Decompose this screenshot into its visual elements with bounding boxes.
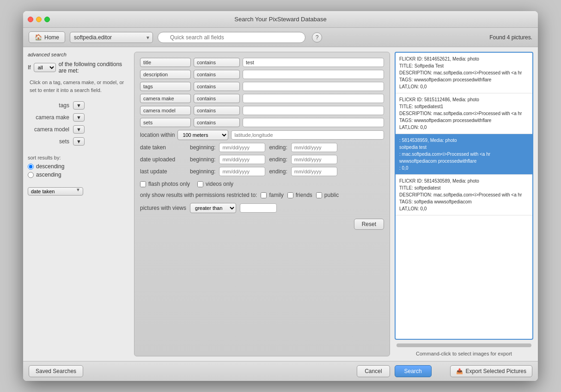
location-input[interactable] [231, 130, 384, 140]
sort-by-select[interactable]: date taken date uploaded title views [28, 187, 83, 196]
value-input-1[interactable] [243, 70, 384, 79]
last-update-beginning-input[interactable] [219, 167, 265, 176]
public-checkbox[interactable] [316, 192, 322, 198]
results-list[interactable]: FLICKR ID: 5814652621, Media: photo TITL… [395, 52, 533, 340]
videos-checkbox-item: videos only [197, 181, 233, 187]
ascending-radio-row: ascending [28, 172, 129, 178]
result-item-3[interactable]: FLICKR ID: 5814530589, Media: photo TITL… [396, 175, 532, 215]
condition-select[interactable]: all any [34, 63, 56, 72]
camera-model-dropdown-button[interactable]: ▼ [73, 125, 85, 134]
cancel-button[interactable]: Cancel [357, 365, 390, 377]
date-uploaded-label: date uploaded [140, 156, 186, 163]
main-content: advanced search If all any of the follow… [23, 47, 538, 361]
if-label: If [28, 64, 31, 71]
export-button[interactable]: 📤 Export Selected Pictures [450, 365, 532, 377]
field-select-4[interactable]: titledescriptiontagscamera makecamera mo… [140, 106, 191, 115]
location-label: location within [140, 132, 175, 138]
field-select-5[interactable]: titledescriptiontagscamera makecamera mo… [140, 118, 191, 127]
permissions-label: only show results with permissions restr… [140, 192, 257, 198]
family-checkbox-item: family [261, 192, 283, 198]
quick-search-input[interactable] [158, 32, 305, 43]
date-uploaded-ending-label: ending: [269, 156, 287, 163]
date-uploaded-ending-input[interactable] [291, 155, 337, 164]
date-taken-beginning-input[interactable] [219, 143, 265, 152]
family-checkbox[interactable] [261, 192, 267, 198]
user-select[interactable]: softpedia.editor [70, 32, 153, 43]
condition-select-1[interactable]: contains [194, 70, 240, 79]
views-value-input[interactable] [240, 203, 277, 213]
videos-checkbox[interactable] [197, 181, 203, 187]
maximize-button[interactable] [44, 17, 50, 22]
result-tags-3: TAGS: softpedia wwwsoftpediacom [399, 198, 529, 205]
tags-dropdown-button[interactable]: ▼ [73, 101, 85, 110]
condition-row-tags: titledescriptiontags contains [140, 82, 384, 91]
condition-select-4[interactable]: contains [194, 106, 240, 115]
date-uploaded-row: date uploaded beginning: ending: [140, 155, 384, 164]
date-uploaded-beginning-input[interactable] [219, 155, 265, 164]
field-select-1[interactable]: titledescriptiontags [140, 70, 191, 79]
window-title: Search Your PixSteward Database [234, 16, 326, 23]
result-item-0[interactable]: FLICKR ID: 5814652621, Media: photo TITL… [396, 53, 532, 93]
sort-label: sort results by: [28, 155, 129, 160]
date-taken-ending-input[interactable] [291, 143, 337, 152]
date-taken-row: date taken beginning: ending: [140, 143, 384, 152]
help-button[interactable]: ? [312, 32, 322, 43]
result-desc-2: : mac.softpedia.com<i>Processed with <a … [399, 151, 529, 158]
value-input-3[interactable] [243, 94, 384, 103]
value-input-2[interactable] [243, 82, 384, 91]
descending-radio[interactable] [28, 164, 34, 170]
condition-select-3[interactable]: contains [194, 94, 240, 103]
conditions-header: If all any of the following conditions a… [28, 61, 129, 74]
result-flickr-id-3: FLICKR ID: 5814530589, Media: photo [399, 178, 529, 184]
condition-row-description: titledescriptiontags contains [140, 70, 384, 79]
toolbar: 🏠 Home softpedia.editor ▼ 🔍 ? Found 4 pi… [23, 28, 538, 47]
sets-label: sets [28, 138, 69, 145]
condition-select-0[interactable]: containsdoes not containis [194, 58, 240, 67]
ascending-radio[interactable] [28, 172, 34, 178]
saved-searches-button[interactable]: Saved Searches [29, 365, 83, 377]
search-button[interactable]: Search [395, 365, 432, 377]
sets-row: sets ▼ [28, 137, 129, 146]
bottom-bar: Saved Searches Cancel Search 📤 Export Se… [23, 361, 538, 381]
sets-dropdown-button[interactable]: ▼ [73, 137, 85, 146]
condition-select-5[interactable]: contains [194, 118, 240, 127]
value-input-0[interactable] [243, 58, 384, 67]
close-button[interactable] [28, 17, 33, 22]
result-latlng-0: LAT,LON: 0,0 [399, 83, 529, 90]
result-latlng-3: LAT,LON: 0,0 [399, 205, 529, 212]
result-tags-2: wwwsoftpediacom processedwithflare [399, 158, 529, 165]
user-select-wrapper: softpedia.editor ▼ [70, 32, 153, 43]
flash-label: flash photos only [148, 181, 190, 187]
camera-make-dropdown-button[interactable]: ▼ [73, 113, 85, 122]
home-button[interactable]: 🏠 Home [29, 31, 65, 43]
value-input-4[interactable] [243, 106, 384, 115]
field-select-2[interactable]: titledescriptiontags [140, 82, 191, 91]
result-desc-1: DESCRIPTION: mac.softpedia.com<i>Process… [399, 110, 529, 117]
result-item-2[interactable]: : 5814538959, Media: photo soitpedia tes… [396, 134, 532, 175]
field-select-0[interactable]: titledescriptiontagscamera makecamera mo… [140, 58, 191, 67]
scrollbar-thumb[interactable] [396, 343, 531, 347]
last-update-ending-label: ending: [269, 168, 287, 175]
location-distance-select[interactable]: 100 meters500 meters1 km5 km [177, 130, 228, 140]
field-select-3[interactable]: titledescriptiontagscamera make [140, 94, 191, 103]
descending-label: descending [36, 163, 64, 170]
export-label: Export Selected Pictures [466, 368, 526, 374]
result-title-2: soitpedia test [399, 144, 529, 151]
videos-label: videos only [206, 181, 233, 187]
minimize-button[interactable] [36, 17, 42, 22]
flash-checkbox-item: flash photos only [140, 181, 190, 187]
result-item-1[interactable]: FLICKR ID: 5815112486, Media: photo TITL… [396, 93, 532, 134]
friends-checkbox[interactable] [287, 192, 293, 198]
friends-label: friends [296, 192, 312, 198]
reset-button[interactable]: Reset [354, 219, 384, 230]
tags-label: tags [28, 102, 69, 109]
views-label: pictures with views [140, 205, 186, 211]
last-update-ending-input[interactable] [291, 167, 337, 176]
condition-select-2[interactable]: contains [194, 82, 240, 91]
tags-row: tags ▼ [28, 101, 129, 110]
friends-checkbox-item: friends [287, 192, 312, 198]
views-condition-select[interactable]: greater than less than equal to [190, 203, 236, 213]
export-hint: Command-click to select images for expor… [395, 351, 533, 356]
value-input-5[interactable] [243, 118, 384, 127]
flash-checkbox[interactable] [140, 181, 146, 187]
